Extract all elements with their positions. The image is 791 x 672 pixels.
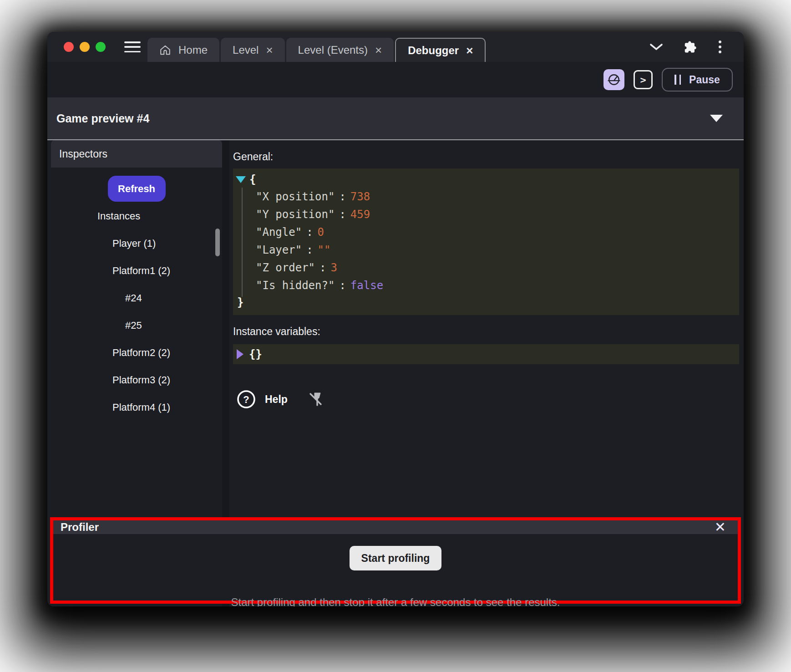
console-button[interactable]: > [634, 70, 653, 89]
help-row: ? Help [233, 390, 739, 409]
minimize-window-icon[interactable] [80, 42, 90, 52]
tree-item-24[interactable]: #24 [51, 285, 222, 312]
debugger-window: Home Level × Level (Events) × Debugger × [47, 32, 744, 606]
tab-label: Level [233, 44, 259, 56]
json-line: "Z order":3 [233, 259, 739, 276]
console-icon: > [640, 74, 646, 86]
tab-level[interactable]: Level × [221, 38, 285, 62]
refresh-button[interactable]: Refresh [108, 176, 166, 202]
json-line: "Layer":"" [233, 241, 739, 259]
tree-item-platform1[interactable]: Platform1 (2) [51, 257, 222, 285]
debugger-toolbar: > Pause [47, 62, 744, 97]
tab-home[interactable]: Home [147, 38, 219, 62]
json-line: "X position":738 [233, 188, 739, 205]
tree-item-25[interactable]: #25 [51, 312, 222, 339]
kebab-menu-icon[interactable] [717, 39, 723, 55]
instance-variables-label: Instance variables: [233, 323, 739, 340]
tab-level-events[interactable]: Level (Events) × [286, 38, 394, 62]
profiler-panel: Profiler ✕ Start profiling Start profili… [50, 517, 741, 604]
profiler-description: Start profiling and then stop it after a… [231, 596, 560, 606]
menu-icon[interactable] [124, 40, 141, 54]
general-label: General: [233, 148, 739, 165]
game-preview-title: Game preview #4 [56, 112, 149, 125]
tree-item-platform2[interactable]: Platform2 (2) [51, 339, 222, 367]
pause-button[interactable]: Pause [662, 68, 733, 92]
sidebar-scrollbar[interactable] [215, 229, 220, 256]
tab-bar: Home Level × Level (Events) × Debugger × [147, 38, 486, 62]
open-brace: { [249, 173, 256, 186]
content-area: Inspectors Refresh Instances Player (1) … [47, 140, 744, 606]
pause-button-label: Pause [689, 74, 720, 86]
tab-label: Home [178, 44, 208, 56]
variables-value: {} [249, 348, 262, 361]
indent-guide [242, 188, 243, 297]
help-label: Help [265, 393, 288, 406]
unpin-icon[interactable] [307, 390, 325, 408]
help-question-icon: ? [237, 390, 256, 409]
instance-variables-view: {} [233, 344, 739, 364]
home-icon [159, 44, 171, 56]
profiler-body: Start profiling Start profiling and then… [53, 534, 738, 606]
tab-debugger[interactable]: Debugger × [395, 38, 486, 62]
expand-expander-icon[interactable] [237, 349, 243, 359]
game-preview-selector[interactable]: Game preview #4 [47, 97, 744, 139]
json-line: "Is hidden?":false [233, 276, 739, 294]
chevron-down-icon[interactable] [649, 43, 663, 51]
collapse-expander-icon[interactable] [236, 176, 246, 183]
tree-item-player[interactable]: Player (1) [51, 230, 222, 257]
help-button[interactable]: ? Help [237, 390, 288, 409]
pause-icon [674, 75, 681, 85]
svg-text:?: ? [243, 394, 249, 405]
close-window-icon[interactable] [64, 42, 74, 52]
close-brace: } [237, 296, 243, 309]
tree-item-platform4[interactable]: Platform4 (1) [51, 394, 222, 421]
profiler-toggle-button[interactable] [603, 69, 624, 90]
tab-label: Debugger [408, 44, 459, 57]
tree-item-platform3[interactable]: Platform3 (2) [51, 367, 222, 394]
traffic-lights [64, 32, 106, 62]
inspectors-header: Inspectors [51, 140, 222, 168]
tree-item-instances[interactable]: Instances [51, 203, 222, 230]
profiler-gauge-icon [607, 73, 621, 87]
close-tab-icon[interactable]: × [266, 44, 273, 56]
title-bar: Home Level × Level (Events) × Debugger × [47, 32, 744, 62]
json-line: "Angle":0 [233, 223, 739, 241]
fullscreen-window-icon[interactable] [96, 42, 106, 52]
dropdown-arrow-icon [710, 115, 723, 122]
extensions-puzzle-icon[interactable] [683, 40, 697, 54]
titlebar-actions [649, 32, 723, 62]
close-profiler-icon[interactable]: ✕ [715, 520, 726, 534]
close-tab-icon[interactable]: × [466, 45, 473, 56]
start-profiling-button[interactable]: Start profiling [350, 546, 442, 570]
close-tab-icon[interactable]: × [375, 44, 382, 56]
tab-label: Level (Events) [298, 44, 368, 56]
profiler-header: Profiler ✕ [53, 520, 738, 534]
json-line: "Y position":459 [233, 205, 739, 223]
profiler-title: Profiler [61, 521, 99, 534]
instances-tree: Instances Player (1) Platform1 (2) #24 #… [51, 203, 222, 421]
general-json-view: { "X position":738 "Y position":459 "Ang… [233, 168, 739, 315]
